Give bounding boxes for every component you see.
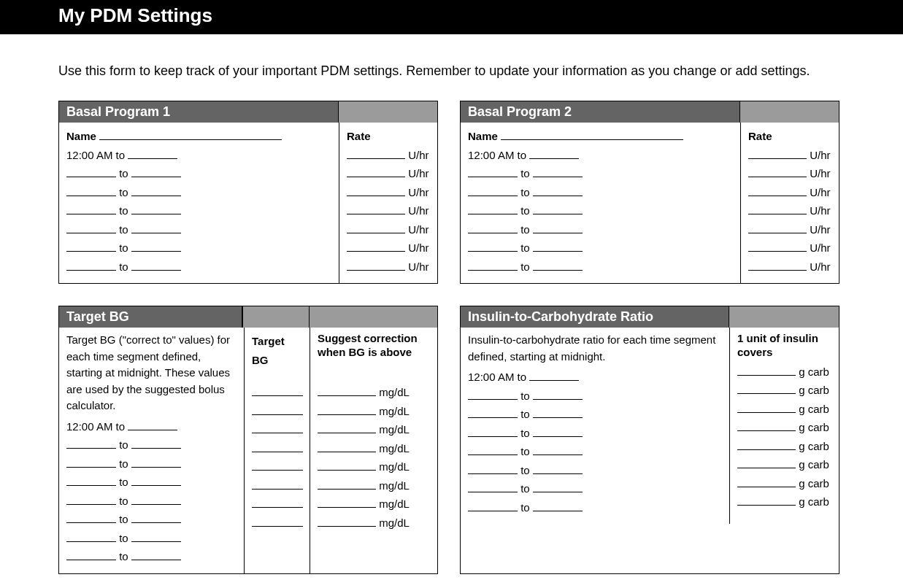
rate-field[interactable] — [347, 260, 405, 271]
end-field[interactable] — [131, 438, 181, 449]
mgdl-field[interactable] — [318, 498, 376, 508]
start-field[interactable] — [66, 457, 116, 468]
end-field[interactable] — [131, 531, 181, 542]
carb-field[interactable] — [737, 365, 796, 376]
end-field[interactable] — [131, 241, 181, 252]
name-field[interactable] — [501, 130, 683, 141]
rate-field[interactable] — [748, 204, 807, 215]
mgdl-field[interactable] — [318, 460, 376, 471]
carb-field[interactable] — [737, 458, 796, 469]
mgdl-field[interactable] — [318, 423, 376, 434]
end-field[interactable] — [533, 482, 583, 493]
end-field[interactable] — [131, 204, 181, 215]
target-bg-field[interactable] — [252, 498, 303, 508]
end-field[interactable] — [533, 223, 583, 233]
start-field[interactable] — [468, 241, 518, 252]
rate-field[interactable] — [748, 148, 807, 159]
mgdl-field[interactable] — [318, 441, 376, 452]
start-field[interactable] — [66, 550, 116, 561]
rate-field[interactable] — [748, 241, 807, 252]
mgdl-field[interactable] — [318, 404, 376, 415]
carb-field[interactable] — [737, 476, 796, 487]
rate-field[interactable] — [748, 223, 807, 233]
rate-field[interactable] — [347, 223, 405, 233]
end-field[interactable] — [529, 371, 579, 382]
end-field[interactable] — [533, 167, 583, 178]
start-field[interactable] — [468, 204, 518, 215]
rate-field[interactable] — [347, 204, 405, 215]
start-field[interactable] — [468, 260, 518, 271]
start-field[interactable] — [468, 223, 518, 233]
end-field[interactable] — [131, 223, 181, 233]
start-field[interactable] — [468, 463, 518, 474]
start-field[interactable] — [66, 167, 116, 178]
name-field[interactable] — [99, 130, 282, 141]
rate-field[interactable] — [347, 148, 405, 159]
end-field[interactable] — [131, 167, 181, 178]
target-bg-field[interactable] — [252, 386, 303, 397]
end-field[interactable] — [128, 148, 177, 159]
start-field[interactable] — [468, 389, 518, 400]
end-field[interactable] — [533, 260, 583, 271]
end-field[interactable] — [131, 185, 181, 196]
rate-field[interactable] — [748, 167, 807, 178]
rate-field[interactable] — [347, 185, 405, 196]
mgdl-field[interactable] — [318, 479, 376, 490]
end-field[interactable] — [128, 419, 177, 430]
start-field[interactable] — [66, 260, 116, 271]
start-field[interactable] — [66, 223, 116, 233]
carb-field[interactable] — [737, 495, 796, 506]
end-field[interactable] — [533, 389, 583, 400]
target-bg-times-col: Target BG ("correct to" values) for each… — [59, 328, 244, 573]
end-field[interactable] — [131, 260, 181, 271]
carb-field[interactable] — [737, 402, 796, 413]
ic-ratio-label: 1 unit of insulin covers — [737, 332, 831, 360]
end-field[interactable] — [533, 241, 583, 252]
end-field[interactable] — [533, 463, 583, 474]
panel-title: Insulin-to-Carbohydrate Ratio — [461, 306, 729, 328]
mgdl-field[interactable] — [318, 516, 376, 527]
start-field[interactable] — [66, 438, 116, 449]
start-field[interactable] — [468, 426, 518, 437]
end-field[interactable] — [131, 494, 181, 505]
start-field[interactable] — [468, 408, 518, 419]
target-bg-field[interactable] — [252, 479, 303, 490]
rate-field[interactable] — [347, 241, 405, 252]
start-field[interactable] — [468, 167, 518, 178]
end-field[interactable] — [131, 513, 181, 524]
target-bg-label: Target BG — [252, 332, 302, 383]
target-bg-field[interactable] — [252, 441, 303, 452]
start-field[interactable] — [66, 204, 116, 215]
end-field[interactable] — [533, 408, 583, 419]
rate-field[interactable] — [347, 167, 405, 178]
rate-field[interactable] — [748, 260, 807, 271]
carb-field[interactable] — [737, 384, 796, 395]
end-field[interactable] — [533, 426, 583, 437]
end-field[interactable] — [533, 204, 583, 215]
carb-field[interactable] — [737, 421, 796, 432]
target-bg-field[interactable] — [252, 404, 303, 415]
end-field[interactable] — [131, 457, 181, 468]
start-field[interactable] — [468, 500, 518, 511]
target-bg-field[interactable] — [252, 460, 303, 471]
start-field[interactable] — [66, 185, 116, 196]
end-field[interactable] — [131, 476, 181, 487]
end-field[interactable] — [131, 550, 181, 561]
end-field[interactable] — [533, 445, 583, 456]
carb-field[interactable] — [737, 439, 796, 450]
target-bg-field[interactable] — [252, 516, 303, 527]
mgdl-field[interactable] — [318, 386, 376, 397]
start-field[interactable] — [66, 531, 116, 542]
rate-field[interactable] — [748, 185, 807, 196]
target-bg-field[interactable] — [252, 423, 303, 434]
end-field[interactable] — [533, 185, 583, 196]
start-field[interactable] — [66, 494, 116, 505]
start-field[interactable] — [468, 445, 518, 456]
start-field[interactable] — [66, 476, 116, 487]
start-field[interactable] — [468, 482, 518, 493]
start-field[interactable] — [66, 241, 116, 252]
end-field[interactable] — [533, 500, 583, 511]
end-field[interactable] — [529, 148, 579, 159]
start-field[interactable] — [468, 185, 518, 196]
start-field[interactable] — [66, 513, 116, 524]
